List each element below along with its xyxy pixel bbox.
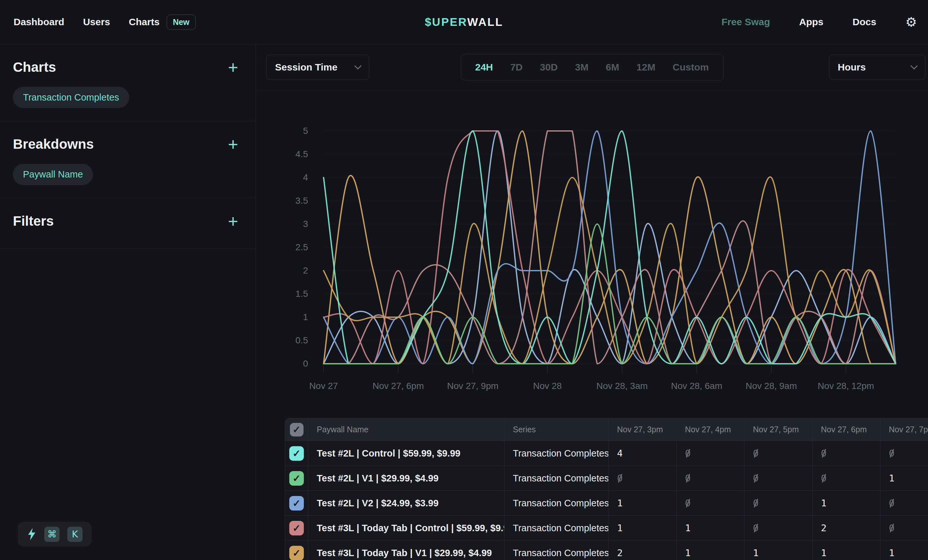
time-range-tab-3m[interactable]: 3M <box>575 62 589 73</box>
value-cell: 1 <box>881 540 928 560</box>
time-range-tab-7d[interactable]: 7D <box>510 62 523 73</box>
svg-text:1.5: 1.5 <box>295 289 308 299</box>
sidebar-section-breakdowns: Breakdowns + Paywall Name <box>0 121 256 198</box>
row-checkbox[interactable]: ✓ <box>289 496 304 511</box>
svg-text:4: 4 <box>303 172 308 183</box>
breakdowns-chip-row: Paywall Name <box>13 164 243 185</box>
k-key-icon: K <box>67 527 82 542</box>
row-checkbox[interactable]: ✓ <box>289 446 304 461</box>
paywall-name-cell: Test #3L | Today Tab | V1 | $29.99, $4.9… <box>308 540 504 560</box>
column-header: Nov 27, 4pm <box>676 418 745 441</box>
svg-text:2.5: 2.5 <box>295 242 308 252</box>
command-palette-shortcut[interactable]: ⌘ K <box>18 522 92 546</box>
metric-select[interactable]: Session Time <box>266 55 369 80</box>
top-navbar: Dashboard Users Charts New $UPERWALL Fre… <box>0 0 928 44</box>
nav-item-charts[interactable]: Charts <box>129 17 160 27</box>
superwall-logo: $UPERWALL <box>425 15 503 29</box>
svg-text:Nov 28, 3am: Nov 28, 3am <box>596 381 648 391</box>
value-cell: 1 <box>745 540 812 560</box>
svg-text:0: 0 <box>303 359 308 368</box>
row-checkbox[interactable]: ✓ <box>289 471 304 485</box>
nav-item-apps[interactable]: Apps <box>799 17 823 27</box>
logo-accent: $UPER <box>425 15 467 28</box>
nav-item-users[interactable]: Users <box>83 17 110 27</box>
metric-select-value: Session Time <box>275 62 337 73</box>
svg-text:Nov 27, 9pm: Nov 27, 9pm <box>447 381 499 391</box>
nav-item-free-swag[interactable]: Free Swag <box>722 17 770 27</box>
value-cell: 0 <box>881 516 928 540</box>
value-cell: 0 <box>812 466 881 490</box>
time-range-tab-12m[interactable]: 12M <box>636 62 655 73</box>
svg-text:0.5: 0.5 <box>295 335 308 345</box>
value-cell: 1 <box>676 516 745 540</box>
series-cell: Transaction Completes <box>504 540 609 560</box>
table-row: ✓Test #2L | Control | $59.99, $9.99Trans… <box>285 441 928 466</box>
nav-item-docs[interactable]: Docs <box>853 17 876 27</box>
svg-text:3: 3 <box>303 219 308 229</box>
nav-left-group: Dashboard Users Charts New <box>14 15 196 30</box>
nav-item-dashboard[interactable]: Dashboard <box>14 17 64 27</box>
command-key-icon: ⌘ <box>44 527 60 542</box>
svg-text:4.5: 4.5 <box>295 149 308 159</box>
logo-rest: WALL <box>467 15 503 28</box>
time-range-tab-30d[interactable]: 30D <box>540 62 558 73</box>
time-range-tab-24h[interactable]: 24H <box>475 62 493 73</box>
table-row: ✓Test #3L | Today Tab | Control | $59.99… <box>285 516 928 540</box>
row-checkbox[interactable]: ✓ <box>289 546 304 560</box>
add-chart-button[interactable]: + <box>223 59 243 76</box>
nav-right-group: Free Swag Apps Docs ⚙ <box>722 15 917 29</box>
nav-item-charts-group: Charts New <box>129 15 195 30</box>
value-cell: 0 <box>881 491 928 515</box>
value-cell: 1 <box>881 466 928 490</box>
value-cell: 0 <box>881 441 928 466</box>
series-cell: Transaction Completes <box>504 466 609 490</box>
svg-text:2: 2 <box>303 265 308 275</box>
svg-text:Nov 28, 9am: Nov 28, 9am <box>745 381 797 391</box>
svg-text:Nov 28, 6am: Nov 28, 6am <box>671 381 722 391</box>
value-cell: 0 <box>676 441 745 466</box>
column-header: Nov 27, 3pm <box>609 418 676 441</box>
value-cell: 1 <box>676 540 745 560</box>
filters-section-title: Filters <box>13 213 54 229</box>
column-header: Paywall Name <box>308 418 504 441</box>
breakdown-table: ✓Paywall NameSeriesNov 27, 3pmNov 27, 4p… <box>285 418 928 560</box>
chart-canvas[interactable]: 00.511.522.533.544.55Nov 27Nov 27, 6pmNo… <box>256 91 928 418</box>
charts-chip-row: Transaction Completes <box>13 87 243 108</box>
svg-text:3.5: 3.5 <box>295 196 308 205</box>
svg-text:Nov 28: Nov 28 <box>533 381 562 391</box>
time-range-tab-6m[interactable]: 6M <box>606 62 619 73</box>
value-cell: 0 <box>812 441 881 466</box>
chip-transaction-completes[interactable]: Transaction Completes <box>13 87 129 108</box>
value-cell: 0 <box>676 491 745 515</box>
row-checkbox[interactable]: ✓ <box>289 521 304 536</box>
column-header: Series <box>504 418 609 441</box>
new-badge: New <box>166 15 195 30</box>
value-cell: 2 <box>609 540 676 560</box>
gear-icon[interactable]: ⚙ <box>905 15 917 29</box>
time-range-tabs: 24H7D30D3M6M12MCustom <box>461 54 723 81</box>
unit-select[interactable]: Hours <box>829 55 925 80</box>
add-filter-button[interactable]: + <box>223 212 243 230</box>
svg-text:Nov 27: Nov 27 <box>309 381 338 391</box>
sidebar-section-charts: Charts + Transaction Completes <box>0 44 256 121</box>
value-cell: 0 <box>745 441 812 466</box>
chip-paywall-name[interactable]: Paywall Name <box>13 164 93 185</box>
paywall-name-cell: Test #2L | Control | $59.99, $9.99 <box>308 441 504 466</box>
add-breakdown-button[interactable]: + <box>223 135 243 153</box>
table-row: ✓Test #2L | V2 | $24.99, $3.99Transactio… <box>285 491 928 516</box>
time-range-tab-custom[interactable]: Custom <box>673 62 709 73</box>
unit-select-value: Hours <box>838 62 866 73</box>
value-cell: 4 <box>609 441 676 466</box>
svg-text:5: 5 <box>303 126 308 136</box>
series-cell: Transaction Completes <box>504 516 609 540</box>
select-all-checkbox[interactable]: ✓ <box>290 423 304 437</box>
charts-section-title: Charts <box>13 59 56 75</box>
value-cell: 0 <box>609 466 676 490</box>
chevron-down-icon <box>354 62 362 70</box>
value-cell: 1 <box>609 516 676 540</box>
value-cell: 0 <box>676 466 745 490</box>
column-header: Nov 27, 5pm <box>745 418 812 441</box>
sidebar: Charts + Transaction Completes Breakdown… <box>0 44 256 560</box>
table-header-row: ✓Paywall NameSeriesNov 27, 3pmNov 27, 4p… <box>285 418 928 441</box>
sidebar-section-filters: Filters + <box>0 198 256 249</box>
